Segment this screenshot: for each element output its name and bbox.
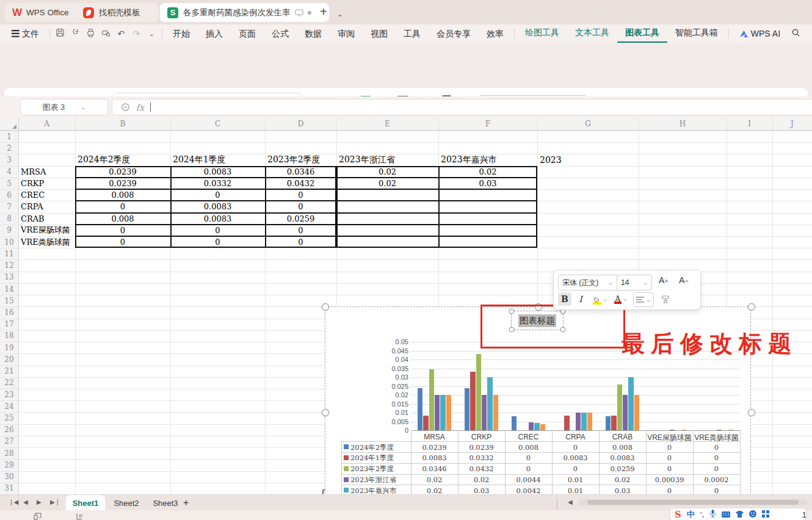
status-mode-icon[interactable] <box>34 511 42 520</box>
row-header-4[interactable]: 4 <box>0 166 18 178</box>
column-header-J[interactable]: J <box>772 117 812 131</box>
cell-rowlabel-VRE屎肠球菌[interactable]: VRE屎肠球菌 <box>21 225 74 236</box>
row-header-11[interactable]: 11 <box>0 248 18 259</box>
namebox-chevron-icon[interactable]: ⌄ <box>81 104 85 110</box>
horizontal-scrollbar[interactable] <box>579 499 807 505</box>
row-header-23[interactable]: 23 <box>0 389 18 400</box>
ime-toolbar[interactable]: S 中 ’, <box>670 508 806 520</box>
ime-toolbox-icon[interactable] <box>762 509 769 520</box>
row-header-21[interactable]: 21 <box>0 366 18 377</box>
menu-item-插入[interactable]: 插入 <box>198 25 231 43</box>
grid-corner-cell[interactable] <box>0 117 18 131</box>
ime-emoji-icon[interactable] <box>749 509 756 520</box>
alignment-button[interactable]: ⌄ <box>633 292 654 307</box>
menu-item-页面[interactable]: 页面 <box>231 25 264 43</box>
row-header-2[interactable]: 2 <box>0 142 18 154</box>
sheet-tab-Sheet1[interactable]: Sheet1 <box>66 495 105 511</box>
print-preview-icon[interactable] <box>98 28 114 39</box>
formula-input[interactable]: fx <box>112 99 812 115</box>
ime-mic-icon[interactable] <box>709 509 716 520</box>
tab-list-chevron-icon[interactable]: ⌄ <box>337 8 343 19</box>
row-header-24[interactable]: 24 <box>0 400 18 412</box>
column-header-C[interactable]: C <box>170 117 265 131</box>
row-header-13[interactable]: 13 <box>0 272 18 283</box>
row-header-7[interactable]: 7 <box>0 201 18 212</box>
wps-ai-button[interactable]: WPS AI <box>731 25 788 43</box>
menu-item-公式[interactable]: 公式 <box>264 25 297 43</box>
menu-item-效率[interactable]: 效率 <box>479 25 512 43</box>
column-header-H[interactable]: H <box>639 117 727 131</box>
fx-icon[interactable]: fx <box>136 103 144 112</box>
prev-sheet-icon[interactable]: ◀ <box>23 499 28 505</box>
row-header-31[interactable]: 31 <box>0 483 18 494</box>
column-header-F[interactable]: F <box>438 117 537 131</box>
column-header-E[interactable]: E <box>336 117 438 131</box>
menu-item-智能工具箱[interactable]: 智能工具箱 <box>667 24 726 43</box>
cell-rowlabel-MRSA[interactable]: MRSA <box>21 166 74 178</box>
column-header-D[interactable]: D <box>265 117 336 131</box>
row-header-20[interactable]: 20 <box>0 353 18 365</box>
next-sheet-icon[interactable]: ▶ <box>37 499 42 505</box>
row-header-16[interactable]: 16 <box>0 306 18 318</box>
column-header-B[interactable]: B <box>75 117 170 131</box>
row-header-5[interactable]: 5 <box>0 178 18 189</box>
cell-rowlabel-CRPA[interactable]: CRPA <box>21 201 74 212</box>
cell-rowlabel-CRKP[interactable]: CRKP <box>21 178 74 189</box>
sogou-logo-icon[interactable]: S <box>675 509 681 520</box>
undo-icon[interactable]: ↶ <box>114 29 129 38</box>
cell-header-2023年2季度[interactable]: 2023年2季度 <box>267 154 335 165</box>
menu-item-图表工具[interactable]: 图表工具 <box>617 24 667 43</box>
name-box[interactable]: 图表 3⌄ <box>20 99 108 115</box>
row-header-15[interactable]: 15 <box>0 295 18 306</box>
chart-selection-handle[interactable] <box>748 303 755 311</box>
window-tab-docer[interactable]: 找稻壳模板 <box>76 3 159 22</box>
row-header-3[interactable]: 3 <box>0 154 18 165</box>
ime-keyboard-icon[interactable] <box>722 509 730 520</box>
chart-selection-handle[interactable] <box>322 303 329 311</box>
cell-header-2023年浙江省[interactable]: 2023年浙江省 <box>339 154 437 165</box>
column-header-I[interactable]: I <box>727 117 772 131</box>
file-menu[interactable]: ☰ 文件 <box>0 25 47 43</box>
new-tab-button[interactable]: + <box>320 5 327 19</box>
column-header-G[interactable]: G <box>537 117 639 131</box>
row-header-6[interactable]: 6 <box>0 189 18 201</box>
menu-item-文本工具[interactable]: 文本工具 <box>567 24 617 43</box>
horizontal-scrollbar-thumb[interactable] <box>587 500 799 505</box>
fill-color-button[interactable]: ⌄ <box>591 292 609 306</box>
increase-font-button[interactable]: A+ <box>659 275 669 285</box>
qat-chevron-icon[interactable]: ⌄ <box>144 31 159 37</box>
decrease-font-button[interactable]: A− <box>679 275 689 285</box>
chart-selection-handle[interactable] <box>748 409 755 416</box>
menu-item-会员专享[interactable]: 会员专享 <box>429 25 479 43</box>
chart-selection-handle[interactable] <box>322 409 329 416</box>
cell-header-2023年嘉兴市[interactable]: 2023年嘉兴市 <box>441 154 536 165</box>
row-header-25[interactable]: 25 <box>0 412 18 424</box>
row-header-26[interactable]: 26 <box>0 424 18 436</box>
column-header-A[interactable]: A <box>18 117 75 131</box>
sheet-tab-Sheet3[interactable]: Sheet3 <box>148 495 183 511</box>
cell-header-2024年1季度[interactable]: 2024年1季度 <box>173 154 264 165</box>
ime-cn-icon[interactable]: 中 <box>687 509 695 520</box>
export-icon[interactable] <box>68 28 83 39</box>
menu-item-绘图工具[interactable]: 绘图工具 <box>517 24 567 43</box>
row-header-28[interactable]: 28 <box>0 447 18 459</box>
menu-item-视图[interactable]: 视图 <box>363 25 396 43</box>
collapse-icon[interactable] <box>121 103 130 112</box>
cell-header-2024年2季度[interactable]: 2024年2季度 <box>78 154 169 165</box>
sheet-tab-Sheet2[interactable]: Sheet2 <box>107 495 145 511</box>
font-family-select[interactable]: 宋体 (正文)⌄ <box>559 275 617 290</box>
add-sheet-button[interactable]: + <box>183 497 189 508</box>
row-header-18[interactable]: 18 <box>0 330 18 342</box>
row-header-30[interactable]: 30 <box>0 471 18 483</box>
redo-icon[interactable]: ↷ <box>129 29 144 38</box>
spreadsheet-grid[interactable]: 图表标题 0.050.0450.040.0350.030.0250.020.01… <box>0 117 812 494</box>
row-header-17[interactable]: 17 <box>0 319 18 330</box>
row-header-12[interactable]: 12 <box>0 259 18 271</box>
status-outline-icon[interactable] <box>76 511 84 520</box>
row-header-22[interactable]: 22 <box>0 377 18 389</box>
cell-header-2023[interactable]: 2023 <box>540 154 637 165</box>
scroll-left-icon[interactable]: ◀ <box>568 499 573 505</box>
row-header-19[interactable]: 19 <box>0 342 18 353</box>
format-painter-icon[interactable] <box>659 292 672 306</box>
row-header-8[interactable]: 8 <box>0 213 18 225</box>
